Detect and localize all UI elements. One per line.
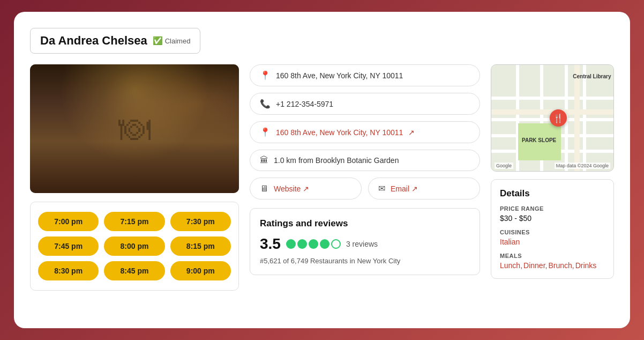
time-slot-button[interactable]: 7:30 pm xyxy=(170,212,231,231)
restaurant-name-box: Da Andrea Chelsea ✅ Claimed xyxy=(30,28,200,54)
review-count: 3 reviews xyxy=(346,240,378,248)
middle-column: 📍 160 8th Ave, New York City, NY 10011 📞… xyxy=(250,64,480,291)
email-icon: ✉ xyxy=(378,183,385,194)
map-container: PARK SLOPE Central Library 🍴 Google Map … xyxy=(491,64,614,172)
star-1 xyxy=(286,239,296,249)
address-text: 160 8th Ave, New York City, NY 10011 xyxy=(276,71,403,80)
map-pin: 🍴 xyxy=(550,109,567,127)
email-pill[interactable]: ✉ Email ↗ xyxy=(368,178,480,199)
star-5 xyxy=(331,239,341,249)
stars xyxy=(286,239,341,249)
website-label[interactable]: Website ↗ xyxy=(274,184,309,193)
restaurant-name: Da Andrea Chelsea xyxy=(40,34,147,48)
time-slot-button[interactable]: 9:00 pm xyxy=(170,261,231,280)
email-label[interactable]: Email ↗ xyxy=(391,184,418,193)
location-link-icon: 📍 xyxy=(260,127,271,137)
time-slot-button[interactable]: 8:45 pm xyxy=(104,261,164,280)
time-grid: 7:00 pm7:15 pm7:30 pm7:45 pm8:00 pm8:15 … xyxy=(38,212,231,280)
main-layout: 7:00 pm7:15 pm7:30 pm7:45 pm8:00 pm8:15 … xyxy=(30,64,614,291)
star-4 xyxy=(320,239,330,249)
meals-links: Lunch, Dinner, Brunch, Drinks xyxy=(500,261,605,270)
details-title: Details xyxy=(500,188,605,199)
ranking-text: #5,621 of 6,749 Restaurants in New York … xyxy=(260,257,470,265)
map-data-label: Map data ©2024 Google xyxy=(555,162,610,169)
rating-row: 3.5 3 reviews xyxy=(260,235,470,253)
map-road xyxy=(491,97,613,100)
star-3 xyxy=(309,239,318,249)
cuisine-link[interactable]: Italian xyxy=(500,238,520,246)
right-column: PARK SLOPE Central Library 🍴 Google Map … xyxy=(491,64,614,291)
ratings-title: Ratings and reviews xyxy=(260,218,470,229)
rating-number: 3.5 xyxy=(260,235,281,253)
meals-label: MEALS xyxy=(500,253,605,259)
time-slot-button[interactable]: 8:00 pm xyxy=(104,236,164,256)
price-range-value: $30 - $50 xyxy=(500,214,605,223)
park-slope-label: PARK SLOPE xyxy=(522,137,556,143)
meal-link[interactable]: Brunch, xyxy=(548,261,574,270)
central-library-label: Central Library xyxy=(573,73,611,79)
cuisines-value: Italian xyxy=(500,238,605,246)
time-slots-box: 7:00 pm7:15 pm7:30 pm7:45 pm8:00 pm8:15 … xyxy=(30,202,239,291)
time-slot-button[interactable]: 7:45 pm xyxy=(38,236,99,256)
phone-icon: 📞 xyxy=(260,99,271,109)
map-road-main xyxy=(574,65,580,171)
links-row: 🖥 Website ↗ ✉ Email ↗ xyxy=(250,178,480,199)
distance-text: 1.0 km from Brooklyn Botanic Garden xyxy=(274,156,399,165)
google-label: Google xyxy=(495,162,513,169)
meal-link[interactable]: Dinner, xyxy=(523,261,547,270)
photo-scene xyxy=(30,64,239,193)
star-2 xyxy=(297,239,307,249)
phone-pill: 📞 +1 212-354-5971 xyxy=(250,93,480,115)
details-box: Details PRICE RANGE $30 - $50 CUISINES I… xyxy=(491,179,614,279)
left-column: 7:00 pm7:15 pm7:30 pm7:45 pm8:00 pm8:15 … xyxy=(30,64,239,291)
map-road xyxy=(583,65,586,171)
distance-pill: 🏛 1.0 km from Brooklyn Botanic Garden xyxy=(250,150,480,171)
address-pill: 📍 160 8th Ave, New York City, NY 10011 xyxy=(250,64,480,86)
cuisines-label: CUISINES xyxy=(500,229,605,235)
website-pill[interactable]: 🖥 Website ↗ xyxy=(250,178,362,199)
meal-link[interactable]: Drinks xyxy=(575,261,597,270)
restaurant-card: Da Andrea Chelsea ✅ Claimed 7:00 pm7:15 … xyxy=(14,12,630,328)
claimed-label: Claimed xyxy=(165,37,191,45)
claimed-badge: ✅ Claimed xyxy=(153,36,191,46)
meal-link[interactable]: Lunch, xyxy=(500,261,522,270)
distance-icon: 🏛 xyxy=(260,156,268,165)
ratings-box: Ratings and reviews 3.5 3 reviews #5,621… xyxy=(250,208,480,275)
time-slot-button[interactable]: 7:15 pm xyxy=(104,212,164,231)
phone-text: +1 212-354-5971 xyxy=(276,100,333,108)
time-slot-button[interactable]: 7:00 pm xyxy=(38,212,99,231)
time-slot-button[interactable]: 8:15 pm xyxy=(170,236,231,256)
external-link-icon: ↗ xyxy=(408,128,415,137)
location-icon: 📍 xyxy=(260,70,271,80)
price-range-label: PRICE RANGE xyxy=(500,205,605,212)
check-circle-icon: ✅ xyxy=(153,36,163,46)
header: Da Andrea Chelsea ✅ Claimed xyxy=(30,28,614,54)
time-slot-button[interactable]: 8:30 pm xyxy=(38,261,99,280)
address-link-pill[interactable]: 📍 160 8th Ave, New York City, NY 10011 ↗ xyxy=(250,121,480,143)
address-link-text[interactable]: 160 8th Ave, New York City, NY 10011 xyxy=(276,128,403,137)
map-bg: PARK SLOPE Central Library 🍴 Google Map … xyxy=(491,65,613,171)
monitor-icon: 🖥 xyxy=(260,184,268,194)
restaurant-photo xyxy=(30,64,239,193)
